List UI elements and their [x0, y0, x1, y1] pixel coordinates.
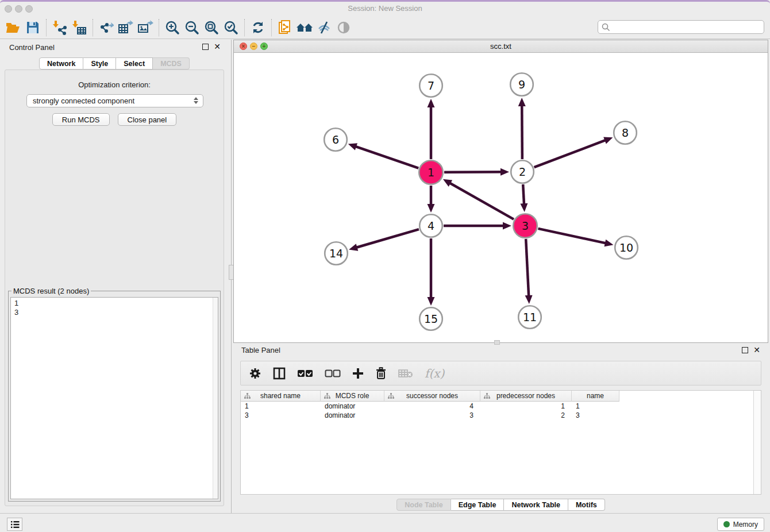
- column-header-label: successor nodes: [406, 392, 458, 400]
- tab-select[interactable]: Select: [116, 57, 153, 70]
- import-table-icon[interactable]: [70, 19, 89, 36]
- table-panel-close-icon[interactable]: ✕: [753, 347, 760, 353]
- checked-boxes-icon[interactable]: [297, 365, 313, 382]
- tab-node-table[interactable]: Node Table: [396, 499, 451, 511]
- gear-icon[interactable]: [249, 365, 261, 382]
- refresh-icon[interactable]: [248, 19, 268, 36]
- node-table-header: shared nameMCDS rolesuccessor nodesprede…: [241, 391, 761, 402]
- tab-motifs[interactable]: Motifs: [568, 499, 605, 511]
- toolbar-separator: [159, 19, 159, 36]
- column-header-successor-nodes[interactable]: successor nodes: [384, 391, 480, 402]
- column-header-shared-name[interactable]: shared name: [241, 391, 321, 402]
- column-type-icon: [484, 393, 490, 399]
- column-type-icon: [324, 393, 330, 399]
- graph-edge-arrowhead: [604, 240, 613, 247]
- graph-edge-arrowhead: [518, 98, 526, 106]
- control-panel-tabs: NetworkStyleSelectMCDS: [0, 57, 229, 70]
- control-panel-close-icon[interactable]: ✕: [214, 44, 221, 50]
- split-columns-icon[interactable]: [273, 365, 286, 382]
- table-cell: 3: [241, 411, 321, 420]
- graph-edge-arrowhead: [428, 297, 435, 306]
- mcds-result-scrollbar[interactable]: [213, 298, 218, 499]
- table-panel-float-icon[interactable]: [742, 347, 748, 353]
- column-header-MCDS-role[interactable]: MCDS role: [321, 391, 384, 402]
- graph-edge-1-6: [355, 146, 418, 168]
- tab-edge-table[interactable]: Edge Table: [451, 499, 505, 511]
- graph-edge-arrowhead: [428, 204, 435, 213]
- network-graph[interactable]: 7968124314101511: [234, 53, 768, 342]
- tab-network[interactable]: Network: [39, 57, 83, 70]
- table-panel-tabs: Node TableEdge TableNetwork TableMotifs: [233, 499, 768, 511]
- graph-node-label-3: 3: [522, 219, 529, 232]
- column-type-icon: [388, 393, 394, 399]
- hide-panel-eye-icon[interactable]: [314, 19, 334, 36]
- graph-node-label-15: 15: [424, 313, 438, 325]
- toolbar-separator: [244, 19, 245, 36]
- unchecked-boxes-icon[interactable]: [325, 365, 341, 382]
- search-field[interactable]: [598, 20, 764, 34]
- delete-icon[interactable]: [375, 365, 387, 382]
- graph-edge-3-1: [449, 183, 514, 219]
- export-table-icon[interactable]: [116, 19, 136, 36]
- add-column-icon[interactable]: [352, 365, 364, 382]
- column-header-name[interactable]: name: [572, 391, 619, 402]
- column-header-label: name: [587, 392, 604, 400]
- optimization-criterion-value: strongly connected component: [33, 97, 134, 105]
- window-title: Session: New Session: [0, 4, 770, 13]
- table-cell: 1: [241, 402, 321, 411]
- optimization-criterion-select[interactable]: strongly connected component: [26, 94, 203, 107]
- toolbar-separator: [46, 19, 47, 36]
- mcds-result-box: MCDS result (2 nodes) 1 3: [8, 287, 221, 502]
- control-panel-title: Control Panel: [9, 43, 55, 52]
- graph-edge-arrowhead: [503, 222, 511, 230]
- homes-icon[interactable]: [295, 19, 314, 36]
- graph-node-label-11: 11: [523, 311, 537, 323]
- mcds-result-area[interactable]: 1 3: [10, 297, 218, 499]
- network-window-titlebar[interactable]: × − + scc.txt: [234, 40, 768, 53]
- zoom-selected-icon[interactable]: [221, 19, 241, 36]
- control-panel-float-icon[interactable]: [202, 44, 209, 50]
- run-mcds-button[interactable]: Run MCDS: [52, 113, 110, 126]
- export-network-icon[interactable]: [97, 19, 116, 36]
- zoom-out-icon[interactable]: [182, 19, 202, 36]
- node-table-body: 1dominator4113dominator323: [241, 402, 761, 420]
- network-view-window: × − + scc.txt 7968124314101511: [233, 40, 768, 343]
- search-icon: [602, 23, 610, 32]
- import-network-icon[interactable]: [50, 19, 70, 36]
- duplicate-network-icon[interactable]: [275, 19, 295, 36]
- table-panel-title: Table Panel: [241, 346, 280, 354]
- mcds-result-title: MCDS result (2 nodes): [11, 287, 91, 295]
- application-window: Session: New Session: [0, 0, 770, 532]
- tab-mcds[interactable]: MCDS: [153, 57, 190, 70]
- column-header-predecessor-nodes[interactable]: predecessor nodes: [480, 391, 572, 402]
- eye-disabled-icon[interactable]: [334, 19, 353, 36]
- task-history-button[interactable]: [7, 518, 22, 531]
- save-icon[interactable]: [23, 19, 43, 36]
- table-row[interactable]: 3dominator323: [241, 411, 761, 420]
- column-header-label: predecessor nodes: [496, 392, 555, 400]
- tab-style[interactable]: Style: [83, 57, 116, 70]
- graph-edge-4-14: [356, 229, 419, 248]
- table-row[interactable]: 1dominator411: [241, 402, 761, 411]
- table-cell: 3: [384, 411, 480, 420]
- memory-button[interactable]: Memory: [717, 518, 764, 531]
- graph-node-label-1: 1: [428, 166, 434, 179]
- close-panel-button[interactable]: Close panel: [118, 113, 177, 126]
- open-folder-icon[interactable]: [3, 19, 23, 36]
- memory-button-label: Memory: [733, 521, 758, 529]
- graph-edge-2-3: [523, 184, 524, 205]
- graph-node-label-4: 4: [428, 219, 434, 232]
- table-scrollbar[interactable]: [753, 391, 761, 494]
- zoom-fit-icon[interactable]: [202, 19, 221, 36]
- mcds-result-text: 1 3: [11, 298, 218, 499]
- table-cell: 2: [480, 411, 572, 420]
- graph-edge-1-2: [444, 172, 502, 172]
- graph-edge-arrowhead: [349, 244, 358, 250]
- search-input[interactable]: [610, 21, 764, 33]
- graph-node-label-9: 9: [518, 78, 525, 91]
- zoom-in-icon[interactable]: [163, 19, 182, 36]
- export-image-icon[interactable]: [136, 19, 155, 36]
- graph-node-label-2: 2: [519, 165, 526, 178]
- network-window-title: scc.txt: [234, 42, 768, 51]
- tab-network-table[interactable]: Network Table: [504, 499, 568, 511]
